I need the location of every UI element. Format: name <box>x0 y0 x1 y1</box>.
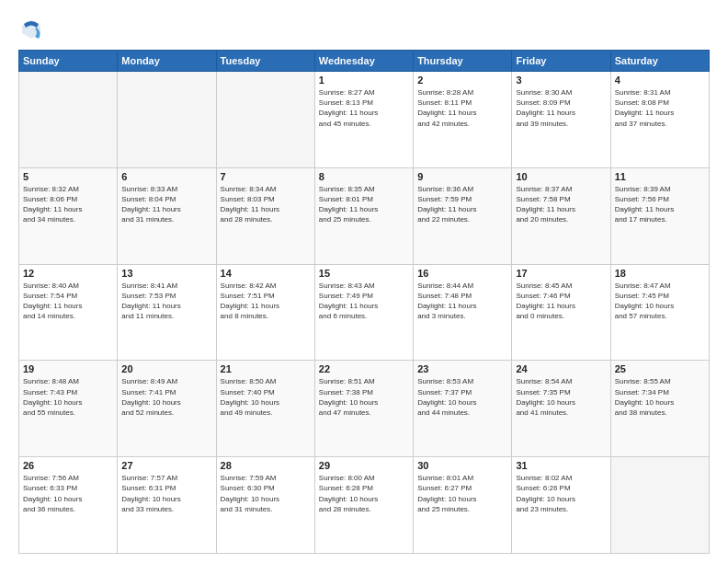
day-number: 12 <box>23 268 113 279</box>
weekday-header-tuesday: Tuesday <box>216 51 314 72</box>
day-number: 11 <box>615 171 705 182</box>
calendar-cell: 30Sunrise: 8:01 AM Sunset: 6:27 PM Dayli… <box>414 457 512 554</box>
day-number: 13 <box>121 268 211 279</box>
calendar-cell: 10Sunrise: 8:37 AM Sunset: 7:58 PM Dayli… <box>512 167 610 264</box>
calendar-cell: 20Sunrise: 8:49 AM Sunset: 7:41 PM Dayli… <box>118 361 216 457</box>
calendar-cell: 18Sunrise: 8:47 AM Sunset: 7:45 PM Dayli… <box>610 264 709 361</box>
week-row-5: 26Sunrise: 7:56 AM Sunset: 6:33 PM Dayli… <box>19 457 710 554</box>
day-number: 2 <box>417 75 507 86</box>
calendar-cell: 24Sunrise: 8:54 AM Sunset: 7:35 PM Dayli… <box>512 361 610 457</box>
calendar-cell: 13Sunrise: 8:41 AM Sunset: 7:53 PM Dayli… <box>118 264 216 361</box>
day-number: 30 <box>417 460 507 471</box>
day-info: Sunrise: 8:47 AM Sunset: 7:45 PM Dayligh… <box>615 281 705 322</box>
day-number: 20 <box>121 363 211 374</box>
logo <box>18 17 48 42</box>
day-info: Sunrise: 8:33 AM Sunset: 8:04 PM Dayligh… <box>121 184 211 225</box>
day-info: Sunrise: 8:42 AM Sunset: 7:51 PM Dayligh… <box>221 281 311 322</box>
day-info: Sunrise: 8:53 AM Sunset: 7:37 PM Dayligh… <box>417 376 507 418</box>
header <box>18 17 710 42</box>
calendar-cell: 9Sunrise: 8:36 AM Sunset: 7:59 PM Daylig… <box>414 167 512 264</box>
calendar-cell: 16Sunrise: 8:44 AM Sunset: 7:48 PM Dayli… <box>414 264 512 361</box>
day-info: Sunrise: 8:01 AM Sunset: 6:27 PM Dayligh… <box>417 473 507 514</box>
day-info: Sunrise: 8:28 AM Sunset: 8:11 PM Dayligh… <box>417 87 507 129</box>
day-info: Sunrise: 7:59 AM Sunset: 6:30 PM Dayligh… <box>221 473 311 514</box>
calendar-cell: 28Sunrise: 7:59 AM Sunset: 6:30 PM Dayli… <box>216 457 314 554</box>
day-number: 8 <box>319 171 409 182</box>
calendar-cell: 21Sunrise: 8:50 AM Sunset: 7:40 PM Dayli… <box>216 361 314 457</box>
calendar-cell: 6Sunrise: 8:33 AM Sunset: 8:04 PM Daylig… <box>118 167 216 264</box>
calendar-cell: 8Sunrise: 8:35 AM Sunset: 8:01 PM Daylig… <box>314 167 413 264</box>
calendar-cell: 3Sunrise: 8:30 AM Sunset: 8:09 PM Daylig… <box>512 72 610 168</box>
day-number: 21 <box>221 363 311 374</box>
calendar-cell: 23Sunrise: 8:53 AM Sunset: 7:37 PM Dayli… <box>414 361 512 457</box>
calendar-cell: 29Sunrise: 8:00 AM Sunset: 6:28 PM Dayli… <box>314 457 413 554</box>
day-info: Sunrise: 8:31 AM Sunset: 8:08 PM Dayligh… <box>615 87 705 129</box>
day-info: Sunrise: 8:35 AM Sunset: 8:01 PM Dayligh… <box>319 184 409 225</box>
day-info: Sunrise: 8:41 AM Sunset: 7:53 PM Dayligh… <box>121 281 211 322</box>
calendar-cell <box>19 72 118 168</box>
calendar-cell: 2Sunrise: 8:28 AM Sunset: 8:11 PM Daylig… <box>414 72 512 168</box>
day-number: 29 <box>319 460 409 471</box>
weekday-header-monday: Monday <box>118 51 216 72</box>
day-number: 16 <box>417 268 507 279</box>
day-number: 4 <box>615 75 705 86</box>
day-number: 18 <box>615 268 705 279</box>
day-number: 28 <box>221 460 311 471</box>
day-number: 22 <box>319 363 409 374</box>
calendar-cell: 27Sunrise: 7:57 AM Sunset: 6:31 PM Dayli… <box>118 457 216 554</box>
calendar-cell: 25Sunrise: 8:55 AM Sunset: 7:34 PM Dayli… <box>610 361 709 457</box>
day-number: 19 <box>23 363 113 374</box>
calendar-table: SundayMondayTuesdayWednesdayThursdayFrid… <box>18 50 710 554</box>
day-info: Sunrise: 7:57 AM Sunset: 6:31 PM Dayligh… <box>121 473 211 514</box>
day-info: Sunrise: 8:39 AM Sunset: 7:56 PM Dayligh… <box>615 184 705 225</box>
day-number: 27 <box>121 460 211 471</box>
day-number: 31 <box>516 460 606 471</box>
day-info: Sunrise: 8:37 AM Sunset: 7:58 PM Dayligh… <box>516 184 606 225</box>
day-number: 17 <box>516 268 606 279</box>
calendar-cell: 17Sunrise: 8:45 AM Sunset: 7:46 PM Dayli… <box>512 264 610 361</box>
day-info: Sunrise: 8:54 AM Sunset: 7:35 PM Dayligh… <box>516 376 606 418</box>
day-info: Sunrise: 8:02 AM Sunset: 6:26 PM Dayligh… <box>516 473 606 514</box>
day-info: Sunrise: 7:56 AM Sunset: 6:33 PM Dayligh… <box>23 473 113 514</box>
calendar-cell: 7Sunrise: 8:34 AM Sunset: 8:03 PM Daylig… <box>216 167 314 264</box>
calendar-cell: 19Sunrise: 8:48 AM Sunset: 7:43 PM Dayli… <box>19 361 118 457</box>
page: SundayMondayTuesdayWednesdayThursdayFrid… <box>0 0 728 563</box>
weekday-header-wednesday: Wednesday <box>314 51 413 72</box>
day-info: Sunrise: 8:36 AM Sunset: 7:59 PM Dayligh… <box>417 184 507 225</box>
day-number: 25 <box>615 363 705 374</box>
day-number: 1 <box>319 75 409 86</box>
weekday-header-friday: Friday <box>512 51 610 72</box>
day-number: 24 <box>516 363 606 374</box>
weekday-header-sunday: Sunday <box>19 51 118 72</box>
day-number: 10 <box>516 171 606 182</box>
day-info: Sunrise: 8:48 AM Sunset: 7:43 PM Dayligh… <box>23 376 113 418</box>
day-info: Sunrise: 8:43 AM Sunset: 7:49 PM Dayligh… <box>319 281 409 322</box>
week-row-2: 5Sunrise: 8:32 AM Sunset: 8:06 PM Daylig… <box>19 167 710 264</box>
day-info: Sunrise: 8:32 AM Sunset: 8:06 PM Dayligh… <box>23 184 113 225</box>
day-info: Sunrise: 8:51 AM Sunset: 7:38 PM Dayligh… <box>319 376 409 418</box>
calendar-cell <box>118 72 216 168</box>
calendar-cell: 4Sunrise: 8:31 AM Sunset: 8:08 PM Daylig… <box>610 72 709 168</box>
calendar-cell: 11Sunrise: 8:39 AM Sunset: 7:56 PM Dayli… <box>610 167 709 264</box>
day-info: Sunrise: 8:49 AM Sunset: 7:41 PM Dayligh… <box>121 376 211 418</box>
calendar-cell: 14Sunrise: 8:42 AM Sunset: 7:51 PM Dayli… <box>216 264 314 361</box>
week-row-4: 19Sunrise: 8:48 AM Sunset: 7:43 PM Dayli… <box>19 361 710 457</box>
day-number: 7 <box>221 171 311 182</box>
calendar-cell: 1Sunrise: 8:27 AM Sunset: 8:13 PM Daylig… <box>314 72 413 168</box>
weekday-header-saturday: Saturday <box>610 51 709 72</box>
day-info: Sunrise: 8:45 AM Sunset: 7:46 PM Dayligh… <box>516 281 606 322</box>
calendar-cell: 12Sunrise: 8:40 AM Sunset: 7:54 PM Dayli… <box>19 264 118 361</box>
day-number: 6 <box>121 171 211 182</box>
calendar-cell <box>610 457 709 554</box>
day-info: Sunrise: 8:34 AM Sunset: 8:03 PM Dayligh… <box>221 184 311 225</box>
calendar-cell: 26Sunrise: 7:56 AM Sunset: 6:33 PM Dayli… <box>19 457 118 554</box>
day-info: Sunrise: 8:44 AM Sunset: 7:48 PM Dayligh… <box>417 281 507 322</box>
calendar-cell: 31Sunrise: 8:02 AM Sunset: 6:26 PM Dayli… <box>512 457 610 554</box>
day-number: 26 <box>23 460 113 471</box>
calendar-cell: 22Sunrise: 8:51 AM Sunset: 7:38 PM Dayli… <box>314 361 413 457</box>
week-row-3: 12Sunrise: 8:40 AM Sunset: 7:54 PM Dayli… <box>19 264 710 361</box>
day-number: 5 <box>23 171 113 182</box>
day-info: Sunrise: 8:55 AM Sunset: 7:34 PM Dayligh… <box>615 376 705 418</box>
weekday-header-thursday: Thursday <box>414 51 512 72</box>
day-number: 3 <box>516 75 606 86</box>
